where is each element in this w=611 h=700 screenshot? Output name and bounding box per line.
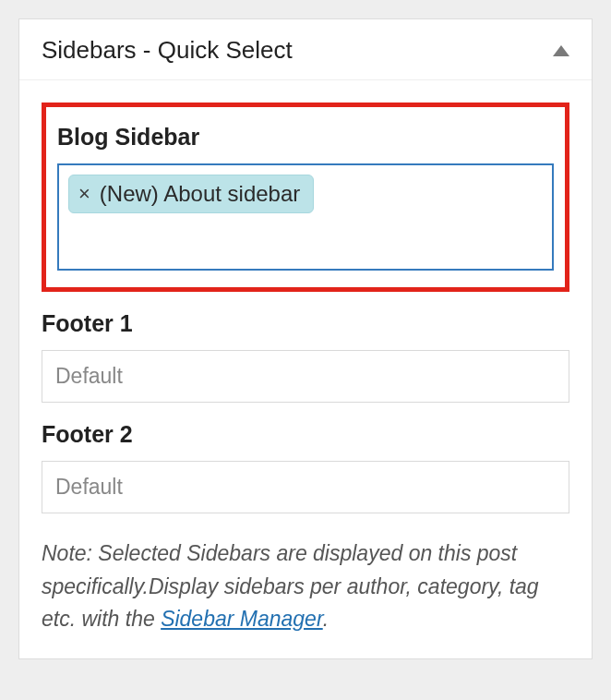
blog-sidebar-label: Blog Sidebar (57, 124, 554, 151)
metabox-body: Blog Sidebar × (New) About sidebar Foote… (19, 103, 592, 658)
blog-sidebar-highlight: Blog Sidebar × (New) About sidebar (42, 103, 569, 292)
metabox-header[interactable]: Sidebars - Quick Select (19, 19, 592, 80)
tag-text: (New) About sidebar (100, 181, 300, 207)
note-text: Note: Selected Sidebars are displayed on… (42, 537, 569, 636)
footer2-label: Footer 2 (42, 421, 569, 448)
sidebars-quick-select-metabox: Sidebars - Quick Select Blog Sidebar × (… (18, 18, 593, 659)
blog-sidebar-tag-input[interactable]: × (New) About sidebar (57, 163, 554, 271)
tag-remove-icon[interactable]: × (78, 182, 90, 206)
footer2-input[interactable]: Default (42, 461, 569, 513)
collapse-up-icon[interactable] (553, 45, 569, 56)
footer1-label: Footer 1 (42, 310, 569, 337)
footer1-section: Footer 1 Default (42, 310, 569, 403)
blog-sidebar-tag: × (New) About sidebar (68, 175, 314, 213)
note-after: . (323, 607, 329, 631)
footer2-section: Footer 2 Default (42, 421, 569, 513)
footer1-input[interactable]: Default (42, 350, 569, 403)
sidebar-manager-link[interactable]: Sidebar Manager (161, 607, 323, 631)
metabox-title: Sidebars - Quick Select (42, 36, 293, 65)
